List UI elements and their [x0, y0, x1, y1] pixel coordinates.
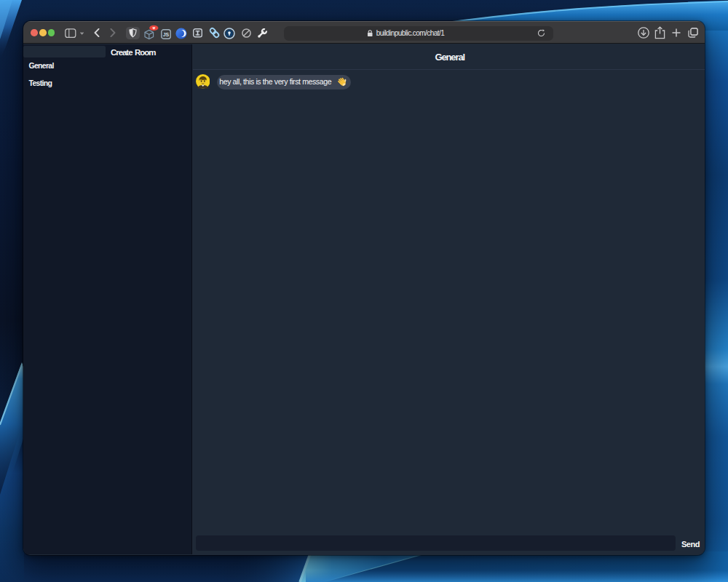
svg-text:JS: JS	[163, 31, 170, 36]
